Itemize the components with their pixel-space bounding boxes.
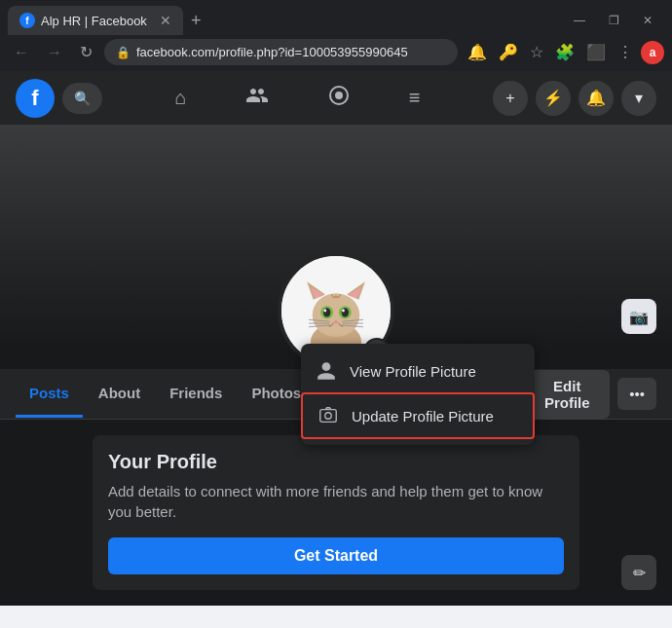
new-tab-button[interactable]: +	[183, 11, 209, 31]
window-controls: — ❐ ✕	[562, 14, 664, 27]
fb-header: f 🔍 ⌂ ≡ + ⚡ 🔔 ▾	[0, 71, 672, 126]
svg-point-13	[323, 310, 326, 313]
bell-icon[interactable]: 🔔	[464, 39, 491, 65]
nav-watch[interactable]	[300, 76, 378, 120]
svg-point-23	[325, 413, 331, 419]
account-dropdown[interactable]: ▾	[621, 81, 656, 116]
toolbar-icons: 🔔 🔑 ☆ 🧩 ⬛ ⋮ a	[464, 39, 664, 65]
tab-close-button[interactable]: ✕	[160, 13, 171, 28]
back-button[interactable]: ←	[8, 40, 35, 65]
address-input[interactable]: 🔒 facebook.com/profile.php?id=1000539559…	[104, 39, 458, 65]
more-options-button[interactable]: •••	[617, 378, 656, 410]
nav-menu[interactable]: ≡	[382, 79, 448, 117]
profile-card: Your Profile Add details to connect with…	[93, 435, 579, 590]
tab-favicon: f	[19, 13, 35, 28]
star-icon[interactable]: ☆	[526, 39, 547, 65]
update-profile-icon	[317, 404, 340, 427]
messenger-button[interactable]: ⚡	[536, 81, 571, 116]
lock-icon: 🔒	[116, 46, 131, 59]
cover-camera-button[interactable]: 📷	[621, 299, 656, 334]
browser-profile-button[interactable]: a	[641, 41, 664, 64]
maximize-button[interactable]: ❐	[597, 14, 631, 27]
page-wrapper: f Alp HR | Facebook ✕ + — ❐ ✕ ← → ↻ 🔒 fa…	[0, 0, 672, 628]
address-bar: ← → ↻ 🔒 facebook.com/profile.php?id=1000…	[0, 35, 672, 71]
nav-friends[interactable]	[218, 76, 296, 120]
cast-icon[interactable]: ⬛	[582, 39, 610, 65]
nav-home[interactable]: ⌂	[148, 79, 214, 117]
tab-friends[interactable]: Friends	[156, 371, 236, 418]
svg-point-4	[313, 293, 360, 337]
view-profile-icon	[315, 359, 338, 383]
get-started-button[interactable]: Get Started	[108, 537, 564, 574]
card-description: Add details to connect with more friends…	[108, 481, 564, 522]
notifications-button[interactable]: 🔔	[579, 81, 614, 116]
svg-rect-22	[320, 410, 337, 423]
close-button[interactable]: ✕	[631, 14, 664, 27]
camera-icon: 📷	[629, 308, 649, 326]
browser-chrome: f Alp HR | Facebook ✕ + — ❐ ✕ ← → ↻ 🔒 fa…	[0, 0, 672, 71]
cover-section: 📷	[0, 126, 672, 350]
tab-about[interactable]: About	[85, 371, 154, 418]
tab-posts[interactable]: Posts	[16, 371, 83, 418]
svg-point-12	[342, 308, 349, 316]
fb-actions: + ⚡ 🔔 ▾	[493, 81, 656, 116]
view-profile-picture-label: View Profile Picture	[350, 363, 476, 380]
update-profile-picture-item[interactable]: Update Profile Picture	[301, 392, 535, 439]
svg-point-1	[335, 92, 343, 99]
view-profile-picture-item[interactable]: View Profile Picture	[301, 350, 535, 392]
svg-point-11	[323, 308, 330, 316]
refresh-button[interactable]: ↻	[74, 39, 98, 65]
svg-point-14	[342, 310, 345, 313]
update-profile-picture-label: Update Profile Picture	[352, 408, 494, 425]
tab-bar: f Alp HR | Facebook ✕ + — ❐ ✕	[0, 0, 672, 35]
search-bar[interactable]: 🔍	[62, 83, 102, 114]
tab-title: Alp HR | Facebook	[41, 14, 154, 28]
edit-icon: ✏	[633, 564, 646, 582]
menu-icon[interactable]: ⋮	[614, 39, 637, 65]
puzzle-icon[interactable]: 🧩	[551, 39, 579, 65]
context-menu: View Profile Picture Update Profile Pict…	[301, 344, 535, 445]
edit-float-button[interactable]: ✏	[621, 555, 656, 590]
main-content: Your Profile Add details to connect with…	[0, 420, 672, 606]
active-tab[interactable]: f Alp HR | Facebook ✕	[8, 6, 183, 35]
fb-nav: ⌂ ≡	[110, 76, 485, 120]
key-icon[interactable]: 🔑	[495, 39, 522, 65]
minimize-button[interactable]: —	[562, 14, 597, 27]
fb-logo[interactable]: f	[16, 79, 55, 118]
address-text: facebook.com/profile.php?id=100053955990…	[136, 45, 408, 59]
facebook-content: f 🔍 ⌂ ≡ + ⚡ 🔔 ▾	[0, 71, 672, 606]
forward-button[interactable]: →	[41, 40, 68, 65]
card-title: Your Profile	[108, 451, 564, 473]
create-button[interactable]: +	[493, 81, 528, 116]
search-icon: 🔍	[74, 91, 91, 106]
